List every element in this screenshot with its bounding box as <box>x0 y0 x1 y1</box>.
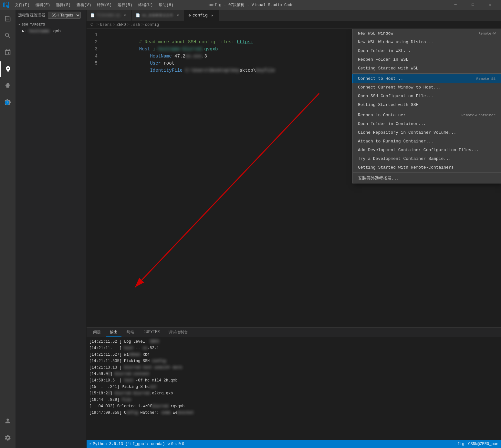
terminal-line-0: [14:21:11.52 ] Log Level: INFO <box>89 339 498 345</box>
activity-debug[interactable] <box>0 78 16 94</box>
menu-view[interactable]: 查看(V) <box>74 1 94 9</box>
status-remote-icon: ⚡ <box>89 442 91 446</box>
sidebar-section-ssh-targets[interactable]: ▾ SSH TARGETS <box>16 21 86 28</box>
menu-reopen-folder-wsl[interactable]: Reopen Folder in WSL <box>353 55 501 64</box>
terminal-line-5: [14:59:00] blurred content <box>89 371 498 377</box>
terminal-tab-jupyter[interactable]: JUPYTER <box>140 328 163 336</box>
window-title: config - 07决策树 - Visual Studio Code <box>207 2 293 8</box>
close-button[interactable]: ✕ <box>483 0 498 10</box>
activity-settings[interactable] <box>0 430 16 445</box>
tab-1-label: filename.py <box>97 13 120 17</box>
breadcrumb-3[interactable]: ZERO <box>117 23 126 27</box>
menu-terminal[interactable]: 终端(U) <box>136 1 156 9</box>
tab-config-close[interactable]: ✕ <box>210 13 215 18</box>
menu-run[interactable]: 运行(R) <box>115 1 135 9</box>
terminal-line-11: [19:47:09.858] Config watcher: some webs… <box>89 410 498 416</box>
terminal-line-9: [16:44 .829] file <box>89 397 498 403</box>
main-layout: 1 远程资源管理器 SSH Targets ▾ SSH TARGETS ▶ □ <box>0 10 501 448</box>
menu-add-dev-container[interactable]: Add Development Container Configuration … <box>353 146 501 154</box>
sidebar-section-label: SSH TARGETS <box>22 23 45 26</box>
ssh-targets-dropdown[interactable]: SSH Targets <box>48 12 81 19</box>
menu-help[interactable]: 帮助(H) <box>156 1 176 9</box>
activity-bar: 1 <box>0 10 16 448</box>
status-encoding-label: fig <box>457 442 464 446</box>
terminal-tab-debug[interactable]: 调试控制台 <box>165 328 192 337</box>
tab-2-close[interactable]: ✕ <box>175 13 180 18</box>
breadcrumb: C: > Users > ZERO > .ssh > config <box>87 21 501 29</box>
terminal-line-4: [14:21:13.13 ] blurred text ucmil4+ more <box>89 364 498 371</box>
menu-open-folder-wsl[interactable]: Open Folder in WSL... <box>353 47 501 55</box>
tab-1-icon: 📄 <box>90 13 95 17</box>
breadcrumb-2[interactable]: Users <box>100 23 112 27</box>
terminal-tab-output[interactable]: 输出 <box>106 328 121 337</box>
menu-separator-1 <box>353 73 501 74</box>
minimize-button[interactable]: ─ <box>448 0 463 10</box>
activity-scm[interactable] <box>0 45 16 60</box>
menu-attach-container[interactable]: Attach to Running Container... <box>353 137 501 146</box>
menu-reopen-container[interactable]: Reopen in Container Remote-Container <box>353 111 501 120</box>
activity-remote[interactable] <box>0 61 16 77</box>
warnings-count: 0 <box>178 442 181 446</box>
tab-1[interactable]: 📄 filename.py ✕ <box>87 10 132 21</box>
ssh-target-name: hostname <box>29 29 49 34</box>
tab-1-close[interactable]: ✕ <box>122 13 128 18</box>
tab-config-label: config <box>193 13 208 18</box>
activity-bottom <box>0 413 16 448</box>
menu-install-remote-extensions[interactable]: 安装额外远程拓展... <box>353 173 501 183</box>
breadcrumb-4[interactable]: .ssh <box>131 23 140 27</box>
activity-account[interactable] <box>0 413 16 429</box>
menu-edit[interactable]: 编辑(E) <box>33 1 53 9</box>
status-remote[interactable]: ⚡ Python 3.6.13 ('tf_gpu': conda) <box>89 442 165 446</box>
ssh-target-suffix: .qxb <box>51 29 61 34</box>
breadcrumb-1[interactable]: C: <box>90 23 95 27</box>
terminal-content: [14:21:11.52 ] Log Level: INFO [14:21:11… <box>87 337 501 440</box>
menu-try-dev-container[interactable]: Try a Development Container Sample... <box>353 154 501 163</box>
menu-select[interactable]: 选择(S) <box>53 1 73 9</box>
window-controls: ─ □ ✕ <box>448 0 498 10</box>
status-remote-label: Python 3.6.13 ('tf_gpu': conda) <box>93 442 165 446</box>
terminal-tabs: 问题 输出 终端 JUPYTER 调试控制台 <box>87 328 501 337</box>
tab-2-icon: 📄 <box>136 13 140 17</box>
status-errors[interactable]: ⊘ 0 ⚠ 0 0 <box>167 442 184 446</box>
menu-separator-3 <box>353 172 501 173</box>
ssh-target-item[interactable]: ▶ □ hostname .qxb <box>16 28 86 34</box>
activity-explorer[interactable] <box>0 11 16 26</box>
errors-icon: ⊘ <box>167 442 170 446</box>
dropdown-menu: New WSL Window Remote-W New WSL Window u… <box>352 29 501 183</box>
sidebar-panel-header: 远程资源管理器 SSH Targets <box>16 10 86 21</box>
menu-new-wsl-distro[interactable]: New WSL Window using Distro... <box>353 38 501 47</box>
activity-extensions[interactable]: 1 <box>0 95 16 110</box>
tab-2[interactable]: 📄 02_决策树算法文件 ✕ <box>132 10 185 21</box>
menu-getting-started-wsl[interactable]: Getting Started with WSL <box>353 64 501 73</box>
menu-file[interactable]: 文件(F) <box>12 1 32 9</box>
terminal-tab-problems[interactable]: 问题 <box>89 328 105 337</box>
terminal-panel: 问题 输出 终端 JUPYTER 调试控制台 [14:21:11.52 ] Lo… <box>87 327 501 440</box>
breadcrumb-5[interactable]: config <box>145 23 159 27</box>
title-bar: 文件(F) 编辑(E) 选择(S) 查看(V) 转到(G) 运行(R) 终端(U… <box>0 0 501 10</box>
menu-goto[interactable]: 转到(G) <box>94 1 114 9</box>
maximize-button[interactable]: □ <box>465 0 480 10</box>
menu-connect-to-host[interactable]: Connect to Host... Remote-SS <box>353 74 501 83</box>
terminal-tab-terminal[interactable]: 终端 <box>123 328 138 337</box>
menu-open-folder-container[interactable]: Open Folder in Container... <box>353 120 501 128</box>
tab-bar: 📄 filename.py ✕ 📄 02_决策树算法文件 ✕ ⚙ config … <box>87 10 501 21</box>
terminal-line-8: [15:18:20] blurred blurred.e2krq.qxb <box>89 390 498 397</box>
menu-open-ssh-config[interactable]: Open SSH Configuration File... <box>353 92 501 100</box>
menu-new-wsl-window[interactable]: New WSL Window Remote-W <box>353 29 501 38</box>
title-bar-left: 文件(F) 编辑(E) 选择(S) 查看(V) 转到(G) 运行(R) 终端(U… <box>3 1 176 9</box>
menu-getting-started-remote[interactable]: Getting Started with Remote-Containers <box>353 163 501 172</box>
status-user[interactable]: CSDN@ZERO_pan <box>468 442 498 446</box>
terminal-line-7: [15 . .241] Picking S hcost <box>89 384 498 390</box>
activity-search[interactable] <box>0 28 16 43</box>
terminal-line-3: [14:21:11.535] Picking SSH config <box>89 358 498 364</box>
menu-clone-repository[interactable]: Clone Repository in Container Volume... <box>353 128 501 137</box>
menu-connect-current-window[interactable]: Connect Current Window to Host... <box>353 83 501 92</box>
menu-getting-started-ssh[interactable]: Getting Started with SSH <box>353 100 501 109</box>
tab-config[interactable]: ⚙ config ✕ <box>184 10 219 21</box>
extensions-badge: 1 <box>5 100 9 105</box>
status-encoding[interactable]: fig <box>457 442 464 446</box>
vscode-icon <box>3 2 10 8</box>
status-user-label: CSDN@ZERO_pan <box>468 442 498 446</box>
errors-count: 0 <box>171 442 173 446</box>
content-area: 📄 filename.py ✕ 📄 02_决策树算法文件 ✕ ⚙ config … <box>87 10 501 448</box>
